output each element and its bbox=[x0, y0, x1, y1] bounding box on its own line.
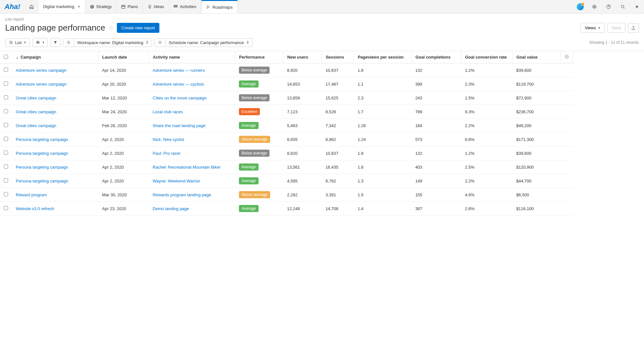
goal-value-cell: $39,600 bbox=[512, 63, 560, 77]
nav-activities[interactable]: Activities bbox=[169, 0, 201, 13]
pageviews-cell: 1.7 bbox=[354, 105, 412, 119]
caret-down-icon: ▼ bbox=[598, 26, 601, 30]
goal-value-cell: $44,700 bbox=[512, 174, 560, 188]
col-campaign[interactable]: Campaign bbox=[12, 51, 98, 63]
row-checkbox[interactable] bbox=[4, 151, 8, 155]
goal-completions-cell: 149 bbox=[412, 174, 461, 188]
col-new-users[interactable]: New users bbox=[283, 51, 322, 63]
activity-link[interactable]: Demo landing page bbox=[153, 206, 189, 211]
sessions-cell: 17,487 bbox=[322, 77, 354, 91]
activity-link[interactable]: Wayne: Weekend Warrior bbox=[153, 179, 200, 183]
col-pageviews-per-session[interactable]: Pageviews per session bbox=[354, 51, 412, 63]
workspace-selector[interactable]: Digital marketing ▼ bbox=[39, 0, 85, 13]
row-checkbox[interactable] bbox=[4, 68, 8, 72]
row-checkbox[interactable] bbox=[4, 206, 8, 210]
views-button[interactable]: Views▼ bbox=[581, 23, 605, 33]
svg-rect-7 bbox=[174, 6, 175, 7]
campaign-link[interactable]: Website v3.0 refresh bbox=[16, 206, 54, 211]
performance-badge: Average bbox=[239, 205, 258, 212]
select-all-header[interactable] bbox=[0, 51, 12, 63]
col-goal-completions[interactable]: Goal completions bbox=[412, 51, 461, 63]
campaign-link[interactable]: Great cities campaign bbox=[16, 109, 56, 114]
bulb-icon bbox=[147, 5, 152, 9]
select-all-checkbox[interactable] bbox=[4, 55, 8, 59]
search-button[interactable] bbox=[616, 0, 630, 14]
nav-label: Ideas bbox=[154, 4, 164, 9]
nav-strategy[interactable]: Strategy bbox=[85, 0, 117, 13]
help-button[interactable] bbox=[601, 0, 616, 14]
activity-link[interactable]: Adventure series — cyclists bbox=[153, 82, 204, 87]
activity-link[interactable]: Rewards program landing page bbox=[153, 192, 211, 197]
search-icon bbox=[620, 5, 625, 9]
filter-button[interactable] bbox=[50, 38, 61, 47]
campaign-link[interactable]: Great cities campaign bbox=[16, 96, 56, 100]
save-button[interactable]: Save bbox=[607, 23, 625, 33]
row-checkbox[interactable] bbox=[4, 192, 8, 196]
campaign-link[interactable]: Adventure series campaign bbox=[16, 68, 67, 73]
row-checkbox[interactable] bbox=[4, 164, 8, 169]
caret-down-icon: ▼ bbox=[42, 41, 45, 44]
goal-conversion-cell: 6.6% bbox=[461, 133, 512, 146]
col-goal-value[interactable]: Goal value bbox=[512, 51, 560, 63]
row-checkbox[interactable] bbox=[4, 109, 8, 113]
goal-value-cell: $171,300 bbox=[512, 133, 560, 146]
nav-plans[interactable]: Plans bbox=[117, 0, 143, 13]
col-goal-conversion-rate[interactable]: Goal conversion rate bbox=[461, 51, 512, 63]
create-report-button[interactable]: Create new report bbox=[117, 23, 159, 33]
activity-link[interactable]: Paul: Pro racer bbox=[153, 151, 181, 156]
columns-config-button[interactable]: ▼ bbox=[33, 38, 48, 47]
activity-link[interactable]: Local club races bbox=[153, 109, 183, 114]
campaign-link[interactable]: Reward program bbox=[16, 192, 47, 197]
pageviews-cell: 1.6 bbox=[354, 160, 412, 174]
goal-conversion-cell: 1.2% bbox=[461, 146, 512, 160]
activity-link[interactable]: Nick: New cyclist bbox=[153, 137, 184, 142]
col-sessions[interactable]: Sessions bbox=[322, 51, 354, 63]
col-performance[interactable]: Performance bbox=[235, 51, 283, 63]
row-checkbox[interactable] bbox=[4, 137, 8, 141]
campaign-link[interactable]: Persona targeting campaign bbox=[16, 137, 68, 142]
nav-roadmaps[interactable]: Roadmaps bbox=[201, 0, 238, 13]
new-users-cell: 2,282 bbox=[283, 188, 322, 202]
pageviews-cell: 1.5 bbox=[354, 188, 412, 202]
toolbar: List ▼ ▼ Workspace name: Digital marketi… bbox=[0, 37, 644, 51]
launch-date-cell: Apr 2, 2020 bbox=[98, 146, 149, 160]
campaign-link[interactable]: Great cities campaign bbox=[16, 123, 56, 128]
campaign-link[interactable]: Persona targeting campaign bbox=[16, 151, 68, 156]
new-users-cell: 4,565 bbox=[283, 174, 322, 188]
top-nav: Aha! Digital marketing ▼ Strategy Plans … bbox=[0, 0, 644, 14]
new-users-cell: 13,659 bbox=[283, 91, 322, 105]
row-checkbox[interactable] bbox=[4, 81, 8, 86]
logo[interactable]: Aha! bbox=[0, 0, 25, 13]
favorite-star[interactable]: ☆ bbox=[109, 24, 114, 32]
row-checkbox[interactable] bbox=[4, 95, 8, 99]
table-row: Persona targeting campaignApr 2, 2020Way… bbox=[0, 174, 573, 188]
gear-icon bbox=[592, 5, 597, 9]
filter-schedule[interactable]: Schedule name: Campaign performance▲▼ bbox=[155, 38, 252, 47]
user-avatar[interactable] bbox=[573, 0, 587, 14]
home-button[interactable] bbox=[25, 0, 39, 13]
activity-link[interactable]: Share the road landing page bbox=[153, 123, 205, 128]
activity-link[interactable]: Cities on the move campaign bbox=[153, 96, 207, 100]
campaign-link[interactable]: Adventure series campaign bbox=[16, 82, 67, 87]
view-list-selector[interactable]: List ▼ bbox=[5, 38, 30, 47]
row-checkbox[interactable] bbox=[4, 123, 8, 127]
col-launch-date[interactable]: Launch date bbox=[98, 51, 149, 63]
activity-link[interactable]: Adventure series — runners bbox=[153, 68, 205, 73]
col-activity-name[interactable]: Activity name bbox=[149, 51, 235, 63]
campaign-link[interactable]: Persona targeting campaign bbox=[16, 165, 68, 170]
page-title: Landing page performance bbox=[5, 23, 105, 33]
svg-point-2 bbox=[92, 6, 92, 7]
add-button[interactable] bbox=[630, 0, 644, 14]
row-checkbox[interactable] bbox=[4, 178, 8, 182]
performance-badge: Below average bbox=[239, 150, 270, 157]
campaign-link[interactable]: Persona targeting campaign bbox=[16, 179, 68, 183]
goal-completions-cell: 573 bbox=[412, 133, 461, 146]
nav-ideas[interactable]: Ideas bbox=[143, 0, 169, 13]
filter-workspace[interactable]: Workspace name: Digital marketing▲▼ bbox=[63, 38, 152, 47]
share-button[interactable] bbox=[628, 23, 639, 33]
launch-date-cell: Apr 2, 2020 bbox=[98, 160, 149, 174]
goal-completions-cell: 132 bbox=[412, 146, 461, 160]
activity-link[interactable]: Rachel: Recreational Mountain Biker bbox=[153, 165, 221, 170]
add-column-button[interactable] bbox=[560, 51, 573, 63]
settings-button[interactable] bbox=[587, 0, 601, 14]
